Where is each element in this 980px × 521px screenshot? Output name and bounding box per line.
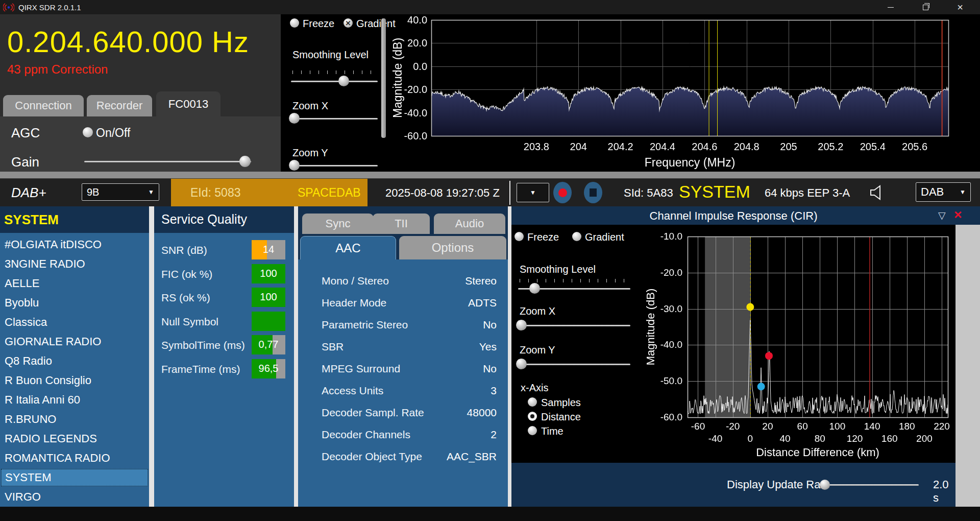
- spectrum-zoomy-slider[interactable]: [291, 165, 378, 167]
- cir-xaxis-radio-time[interactable]: [528, 426, 537, 435]
- decoder-row-label: MPEG Surround: [322, 363, 400, 375]
- panel-divider: [294, 206, 298, 507]
- cir-zoomx-slider[interactable]: [518, 325, 630, 326]
- agc-onoff-label: On/Off: [96, 126, 130, 140]
- bottom-strip: [0, 507, 980, 521]
- display-update-value: 2.0 s: [933, 478, 955, 505]
- utc-timestamp: 2025-08-08 19:27:05 Z: [385, 186, 500, 200]
- rf-spectrum-plot[interactable]: [386, 14, 980, 172]
- service-list-item[interactable]: SYSTEM: [1, 469, 148, 486]
- spectrum-zoomx-label: Zoom X: [292, 100, 328, 112]
- service-list-item[interactable]: #OLGIATA itDISCO: [1, 236, 148, 253]
- decoder-row-label: Decoder Object Type: [322, 451, 422, 463]
- cir-freeze-radio[interactable]: [514, 232, 524, 241]
- quality-row-label: RS (ok %): [161, 292, 210, 304]
- decoder-row-label: Decoder Sampl. Rate: [322, 407, 424, 419]
- gain-slider[interactable]: [84, 161, 251, 162]
- display-update-thumb[interactable]: [820, 480, 830, 490]
- service-list-item[interactable]: Q8 Radio: [1, 352, 148, 370]
- tab-audio[interactable]: Audio: [434, 214, 505, 234]
- service-list-item[interactable]: VIRGO: [1, 488, 148, 506]
- tab-aac[interactable]: AAC: [300, 236, 396, 260]
- collapse-triangle-icon[interactable]: ▽: [938, 209, 946, 221]
- tab-connection[interactable]: Connection: [3, 95, 84, 116]
- channel-combo[interactable]: 9B ▼: [82, 183, 159, 201]
- service-list-item[interactable]: R Italia Anni 60: [1, 391, 148, 409]
- spectrum-zoomx-thumb[interactable]: [289, 113, 300, 124]
- ppm-correction-label: 43 ppm Correction: [7, 62, 108, 77]
- service-quality-header-bar: Service Quality: [154, 206, 294, 233]
- maximize-button[interactable]: [913, 0, 938, 14]
- quality-bar-value: 96,5: [252, 363, 285, 374]
- service-list-scrollbar[interactable]: [149, 206, 154, 507]
- speaker-icon[interactable]: [868, 184, 885, 201]
- tab-options[interactable]: Options: [399, 236, 506, 259]
- current-service-name: SYSTEM: [679, 182, 750, 202]
- cir-close-icon[interactable]: ✕: [953, 209, 963, 221]
- service-list-item[interactable]: Byoblu: [1, 294, 148, 312]
- cir-zoomx-thumb[interactable]: [516, 320, 527, 330]
- service-list-header: SYSTEM: [4, 212, 59, 228]
- spectrum-smoothing-slider[interactable]: [291, 81, 378, 82]
- service-list-item[interactable]: GIORNALE RADIO: [1, 333, 148, 350]
- record-button[interactable]: [553, 182, 572, 203]
- quality-row-label: FIC (ok %): [161, 268, 212, 280]
- dab-status-bar: DAB+ 9B ▼ EId: 5083 SPACEDAB 2025-08-08 …: [0, 178, 980, 207]
- gain-label: Gain: [11, 154, 39, 170]
- service-list-item[interactable]: ROMANTICA RADIO: [1, 449, 148, 467]
- window-title: QIRX SDR 2.0.1.1: [18, 3, 81, 12]
- agc-radio[interactable]: [83, 127, 93, 137]
- cir-xaxis-radio-distance[interactable]: [528, 412, 537, 421]
- fc0013-tab-content: [0, 116, 281, 172]
- service-quality-panel: SNR (dB)14FIC (ok %)100RS (ok %)100Null …: [154, 233, 294, 507]
- close-button[interactable]: ×: [947, 0, 973, 14]
- panel-divider: [508, 206, 511, 507]
- service-list-item[interactable]: AELLE: [1, 275, 148, 292]
- channel-value: 9B: [87, 186, 99, 198]
- decoder-row-value: ADTS: [468, 297, 497, 309]
- record-options-dropdown[interactable]: ▼: [517, 183, 549, 202]
- output-mode-combo[interactable]: DAB ▼: [916, 182, 971, 202]
- tab-tii[interactable]: TII: [373, 214, 430, 234]
- tab-sync[interactable]: Sync: [302, 214, 374, 234]
- decoder-tabs-area: SyncTIIAudioAACOptions: [298, 206, 508, 259]
- gain-slider-thumb[interactable]: [239, 156, 251, 167]
- cir-plot[interactable]: [633, 225, 955, 463]
- spectrum-smoothing-thumb[interactable]: [338, 76, 349, 86]
- quality-bar-value: 14: [252, 244, 285, 255]
- service-list-item[interactable]: R.BRUNO: [1, 411, 148, 428]
- spectrum-freeze-radio[interactable]: [290, 18, 299, 28]
- cir-zoomy-thumb[interactable]: [516, 359, 527, 369]
- frequency-display[interactable]: 0.204.640.000 Hz: [7, 25, 249, 59]
- service-list-item[interactable]: R Buon Consiglio: [1, 372, 148, 389]
- chevron-down-icon: ▼: [530, 189, 536, 196]
- cir-gradient-radio[interactable]: [572, 232, 581, 241]
- spectrum-controls-scrollbar[interactable]: [381, 18, 386, 138]
- decoder-panel: Mono / StereoStereoHeader ModeADTSParame…: [298, 259, 508, 507]
- service-list-item[interactable]: Classica: [1, 314, 148, 331]
- stop-button[interactable]: [584, 182, 602, 203]
- service-list-item[interactable]: 3NGINE RADIO: [1, 255, 148, 273]
- tab-recorder[interactable]: Recorder: [87, 95, 152, 116]
- display-update-slider[interactable]: [819, 484, 919, 486]
- service-list-header-bar: SYSTEM: [0, 206, 149, 233]
- ensemble-eid: EId: 5083: [190, 186, 240, 200]
- display-update-label: Display Update Rate: [727, 478, 830, 491]
- spectrum-zoomy-thumb[interactable]: [289, 160, 300, 171]
- cir-xaxis-radio-samples[interactable]: [528, 397, 537, 407]
- title-bar: QIRX SDR 2.0.1.1 ×: [0, 0, 980, 14]
- service-list-item[interactable]: RADIO LEGENDS: [1, 430, 148, 447]
- spectrum-smoothing-label: Smoothing Level: [292, 49, 369, 61]
- spectrum-gradient-toggle-icon[interactable]: ✕: [344, 18, 353, 28]
- horizontal-splitter[interactable]: [0, 172, 980, 178]
- tab-fc0013[interactable]: FC0013: [156, 91, 220, 116]
- qirx-window: QIRX SDR 2.0.1.1 × 0.204.640.000 Hz 43 p…: [0, 0, 980, 521]
- minimize-button[interactable]: [878, 0, 903, 14]
- cir-title: Channel Impulse Response (CIR): [511, 209, 955, 223]
- cir-smoothing-thumb[interactable]: [529, 283, 540, 294]
- cir-smoothing-ticks: [520, 279, 629, 282]
- spectrum-zoomx-slider[interactable]: [291, 118, 378, 120]
- decoder-row-value: Stereo: [465, 275, 497, 287]
- service-id: SId: 5A83: [624, 186, 673, 200]
- cir-zoomy-slider[interactable]: [518, 364, 630, 365]
